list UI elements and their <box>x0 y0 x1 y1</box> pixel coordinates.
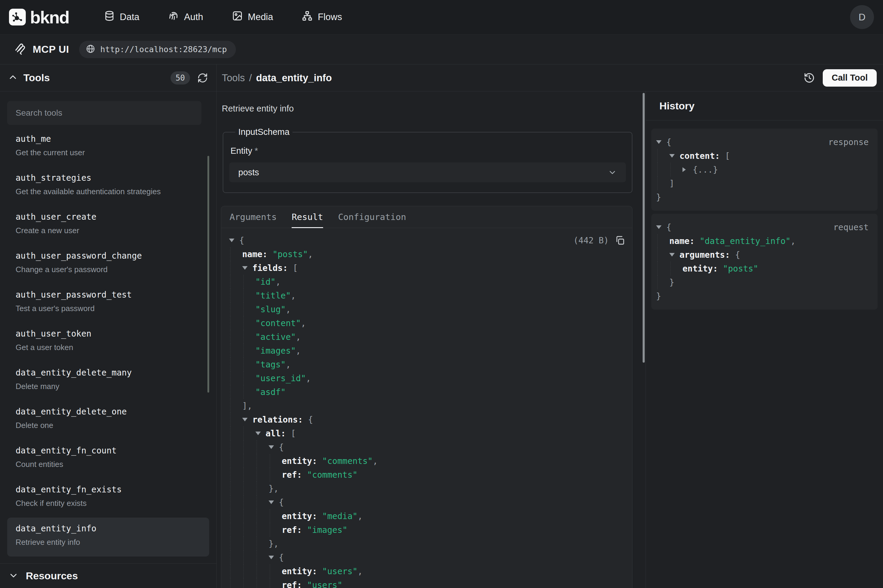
collapse-triangle-icon[interactable] <box>656 225 666 229</box>
tool-description: Check if entity exists <box>16 499 201 508</box>
json-line: ref: "users" <box>229 578 625 588</box>
json-line: "id", <box>229 275 625 289</box>
chevron-down-icon <box>608 168 617 177</box>
history-icon-button[interactable] <box>804 72 815 84</box>
collapse-triangle-icon[interactable] <box>268 501 279 504</box>
bknd-logo[interactable]: bknd <box>9 7 69 27</box>
mcp-url-pill[interactable]: http://localhost:28623/mcp <box>79 41 236 58</box>
input-schema-legend: InputSchema <box>235 127 292 137</box>
copy-icon[interactable] <box>615 235 625 246</box>
tool-list-item-auth_user_password_change[interactable]: auth_user_password_changeChange a user's… <box>7 245 209 284</box>
json-line: {response <box>656 135 869 149</box>
nav-item-media[interactable]: Media <box>232 10 273 24</box>
user-avatar[interactable]: D <box>850 5 874 29</box>
json-line: all: [ <box>229 426 625 440</box>
sidebar-scrollbar[interactable] <box>207 156 209 393</box>
tool-list-item-data_entity_delete_one[interactable]: data_entity_delete_oneDelete one <box>7 401 209 440</box>
tool-list-item-auth_strategies[interactable]: auth_strategiesGet the available authent… <box>7 167 209 206</box>
tool-name: auth_user_password_test <box>16 290 201 300</box>
expand-triangle-icon[interactable] <box>682 167 693 172</box>
result-json-tree: {(442 B)name: "posts",fields: ["id","tit… <box>221 228 632 588</box>
chevron-down-icon <box>9 571 18 581</box>
mcp-icon <box>13 42 26 56</box>
tool-name: data_entity_fn_count <box>16 446 201 456</box>
collapse-triangle-icon[interactable] <box>255 432 265 435</box>
collapse-triangle-icon[interactable] <box>242 266 252 270</box>
json-line: name: "data_entity_info", <box>656 234 869 248</box>
tab-arguments[interactable]: Arguments <box>229 206 277 228</box>
json-line: entity: "comments", <box>229 454 625 468</box>
json-line: content: [ <box>656 149 869 163</box>
tool-name: data_entity_fn_exists <box>16 484 201 495</box>
resources-section-header[interactable]: Resources <box>0 563 216 588</box>
refresh-tools-button[interactable] <box>197 72 208 83</box>
tab-result[interactable]: Result <box>292 206 323 228</box>
json-line: "images", <box>229 344 625 357</box>
mcp-ui-title: MCP UI <box>33 44 69 55</box>
json-line: } <box>656 190 869 204</box>
main-scrollbar[interactable] <box>643 93 645 363</box>
collapse-triangle-icon[interactable] <box>268 556 279 559</box>
history-header: History <box>646 92 883 120</box>
json-line: "users_id", <box>229 371 625 385</box>
tools-section-header[interactable]: Tools 50 <box>0 64 216 92</box>
json-line: {(442 B) <box>229 234 625 247</box>
json-line: { <box>229 440 625 454</box>
nav-item-auth[interactable]: Auth <box>168 10 203 24</box>
tool-list-item-data_entity_info[interactable]: data_entity_infoRetrieve entity info <box>7 518 209 556</box>
tool-list-item-data_entity_fn_count[interactable]: data_entity_fn_countCount entities <box>7 440 209 478</box>
tool-description: Get a user token <box>16 343 201 352</box>
json-line: relations: { <box>229 412 625 426</box>
tool-name: auth_user_password_change <box>16 251 201 261</box>
nav-item-data[interactable]: Data <box>104 10 139 24</box>
json-line: ] <box>656 177 869 190</box>
tool-description: Delete many <box>16 382 201 391</box>
call-tool-button[interactable]: Call Tool <box>823 69 877 87</box>
collapse-triangle-icon[interactable] <box>268 446 279 449</box>
tool-list-item-auth_user_password_test[interactable]: auth_user_password_testTest a user's pas… <box>7 284 209 323</box>
tool-description: Change a user's password <box>16 265 201 274</box>
json-line: }, <box>229 537 625 550</box>
fingerprint-icon <box>168 10 179 24</box>
input-schema-fieldset: InputSchema Entity* posts <box>223 127 633 193</box>
tool-list-item-data_entity_fn_exists[interactable]: data_entity_fn_existsCheck if entity exi… <box>7 478 209 518</box>
collapse-triangle-icon[interactable] <box>656 140 666 144</box>
json-line: "content", <box>229 316 625 330</box>
tool-list-item-auth_me[interactable]: auth_meGet the current user <box>7 128 209 167</box>
tool-list-item-data_entity_delete_many[interactable]: data_entity_delete_manyDelete many <box>7 362 209 401</box>
tool-detail-header: Tools / data_entity_info Call Tool <box>217 64 883 92</box>
json-line: "slug", <box>229 302 625 316</box>
mcp-url: http://localhost:28623/mcp <box>100 45 227 54</box>
breadcrumb-section[interactable]: Tools <box>222 72 245 84</box>
tool-description: Get the current user <box>16 148 201 158</box>
tool-list-item-auth_user_create[interactable]: auth_user_createCreate a new user <box>7 206 209 245</box>
tool-name: auth_strategies <box>16 173 201 183</box>
history-cards: {responsecontent: [{...}]}{requestname: … <box>646 120 883 321</box>
json-line: "asdf" <box>229 385 625 399</box>
collapse-triangle-icon[interactable] <box>669 154 679 158</box>
json-line: arguments: { <box>656 248 869 262</box>
tab-configuration[interactable]: Configuration <box>338 206 406 228</box>
collapse-triangle-icon[interactable] <box>669 253 679 256</box>
history-entry-kind: response <box>828 137 869 147</box>
collapse-triangle-icon[interactable] <box>242 418 252 422</box>
result-panel: ArgumentsResultConfiguration {(442 B)nam… <box>221 206 633 588</box>
json-line: } <box>656 289 869 303</box>
nav-item-flows[interactable]: Flows <box>302 10 342 24</box>
history-card-response[interactable]: {responsecontent: [{...}]} <box>651 129 878 211</box>
tools-list: auth_meGet the current userauth_strategi… <box>7 128 209 556</box>
entity-select[interactable]: posts <box>229 162 626 182</box>
tool-list-item-auth_user_token[interactable]: auth_user_tokenGet a user token <box>7 323 209 362</box>
bknd-logo-text: bknd <box>30 7 69 27</box>
database-icon <box>104 10 115 24</box>
json-line: "title", <box>229 289 625 302</box>
tool-description: Get the available authentication strateg… <box>16 187 201 196</box>
collapse-triangle-icon[interactable] <box>229 238 239 242</box>
entity-select-value: posts <box>238 168 259 177</box>
entity-field-label: Entity* <box>231 146 626 156</box>
avatar-initial: D <box>858 12 865 23</box>
search-tools-input[interactable] <box>7 101 201 125</box>
history-card-request[interactable]: {requestname: "data_entity_info",argumen… <box>651 214 878 310</box>
tool-name: data_entity_info <box>16 524 201 534</box>
tool-description: Test a user's password <box>16 304 201 313</box>
